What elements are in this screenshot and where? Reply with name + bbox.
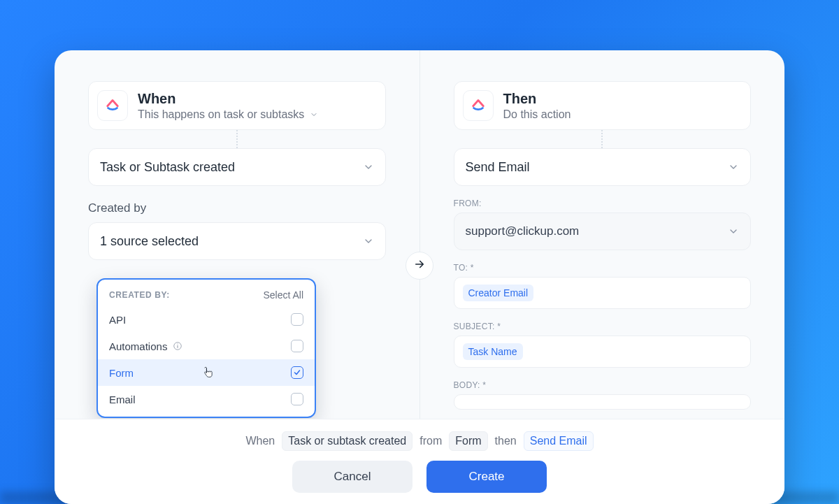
- when-subtitle: This happens on task or subtasks: [138, 108, 304, 121]
- created-by-label: Created by: [88, 201, 386, 215]
- pointer-cursor-icon: [203, 367, 214, 382]
- then-title: Then: [503, 91, 571, 107]
- summary-source-token[interactable]: Form: [449, 431, 487, 451]
- svg-rect-1: [178, 345, 178, 348]
- cancel-button[interactable]: Cancel: [292, 461, 413, 493]
- action-select-label: Send Email: [466, 160, 530, 175]
- clickup-logo-icon: [471, 96, 486, 115]
- to-chip[interactable]: Creator Email: [463, 285, 534, 301]
- chevron-down-icon: [728, 226, 739, 237]
- option-api-label: API: [109, 314, 126, 326]
- from-label: FROM:: [454, 199, 752, 208]
- subject-input[interactable]: Task Name: [454, 336, 752, 368]
- summary-trigger-token[interactable]: Task or subtask created: [282, 431, 413, 451]
- create-button[interactable]: Create: [426, 461, 547, 493]
- then-subtitle: Do this action: [503, 108, 571, 121]
- chevron-down-icon: [310, 110, 318, 119]
- clickup-logo-icon: [105, 96, 120, 115]
- option-form-label: Form: [109, 367, 134, 379]
- summary-action-token[interactable]: Send Email: [524, 431, 594, 451]
- summary-then: then: [495, 435, 517, 447]
- then-subtitle-row: Do this action: [503, 108, 571, 121]
- option-api[interactable]: API: [98, 306, 315, 333]
- when-header: When This happens on task or subtasks: [88, 81, 386, 130]
- checkbox-form[interactable]: [291, 366, 303, 379]
- then-header: Then Do this action: [454, 81, 752, 130]
- select-all-link[interactable]: Select All: [263, 289, 303, 301]
- when-header-text: When This happens on task or subtasks: [138, 91, 318, 121]
- modal-footer: When Task or subtask created from Form t…: [55, 419, 784, 504]
- clickup-logo-tile: [463, 90, 494, 121]
- sources-select[interactable]: 1 source selected: [88, 222, 386, 260]
- checkbox-api[interactable]: [291, 313, 303, 326]
- to-label: TO: *: [454, 263, 752, 273]
- checkbox-email[interactable]: [291, 393, 303, 405]
- arrow-right-icon: [413, 258, 426, 273]
- clickup-logo-tile: [97, 90, 128, 121]
- from-select[interactable]: support@clickup.com: [454, 213, 752, 250]
- chevron-down-icon: [363, 161, 374, 173]
- svg-rect-2: [178, 344, 178, 345]
- then-header-text: Then Do this action: [503, 91, 571, 121]
- from-value: support@clickup.com: [466, 224, 580, 238]
- action-select[interactable]: Send Email: [454, 148, 752, 186]
- footer-buttons: Cancel Create: [292, 461, 547, 493]
- option-email-label: Email: [109, 394, 136, 405]
- option-automations[interactable]: Automations: [98, 333, 315, 359]
- chevron-down-icon: [363, 236, 374, 247]
- trigger-select-label: Task or Subtask created: [100, 160, 235, 175]
- popover-header-label: CREATED BY:: [109, 290, 170, 300]
- subject-chip[interactable]: Task Name: [463, 343, 523, 360]
- summary-when: When: [245, 435, 275, 447]
- trigger-select[interactable]: Task or Subtask created: [88, 148, 386, 186]
- chevron-down-icon: [728, 161, 739, 173]
- when-title: When: [138, 91, 318, 107]
- checkbox-automations[interactable]: [291, 340, 303, 352]
- popover-header: CREATED BY: Select All: [98, 289, 315, 306]
- summary-from: from: [420, 435, 442, 447]
- created-by-popover[interactable]: CREATED BY: Select All API Automations: [96, 278, 316, 418]
- connector-dotted: [454, 130, 752, 148]
- body-input[interactable]: [454, 394, 752, 410]
- subject-label: SUBJECT: *: [454, 322, 752, 331]
- info-icon[interactable]: [173, 341, 182, 351]
- connector-dotted: [88, 130, 386, 148]
- option-automations-label: Automations: [109, 340, 167, 352]
- arrow-right-bubble: [406, 252, 433, 280]
- to-input[interactable]: Creator Email: [454, 277, 752, 309]
- automation-modal: When This happens on task or subtasks Ta…: [55, 50, 784, 504]
- summary-sentence: When Task or subtask created from Form t…: [245, 431, 593, 451]
- option-email[interactable]: Email: [98, 386, 315, 412]
- body-label: BODY: *: [454, 380, 752, 390]
- sources-select-label: 1 source selected: [100, 234, 199, 249]
- option-form[interactable]: Form: [98, 359, 315, 386]
- when-subtitle-row[interactable]: This happens on task or subtasks: [138, 108, 318, 121]
